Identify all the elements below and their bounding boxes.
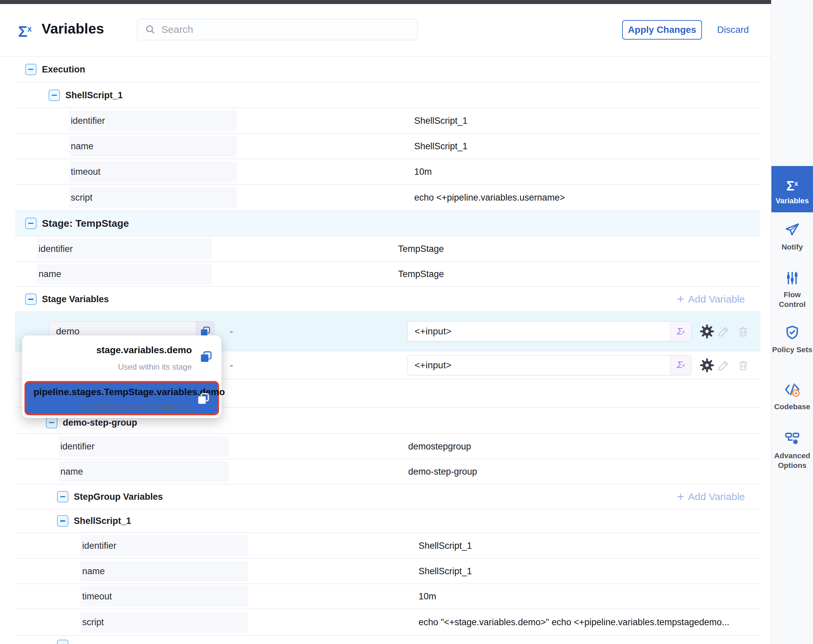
field-row: timeout10m <box>15 584 760 609</box>
variable-value-field[interactable]: Σx <box>408 321 692 342</box>
sidebar-item-flow-control[interactable]: Flow Control <box>772 270 813 309</box>
discard-button[interactable]: Discard <box>717 20 749 40</box>
field-row: timeout10m <box>15 159 760 184</box>
table-row <box>15 636 760 644</box>
field-value: echo "<+stage.variables.demo>" echo <+pi… <box>419 617 730 627</box>
delete-icon[interactable] <box>737 325 750 338</box>
field-value: echo <+pipeline.variables.username> <box>414 192 565 202</box>
scope-option-stage[interactable]: stage.variables.demo Used within its sta… <box>22 336 221 380</box>
copy-icon[interactable] <box>199 350 213 363</box>
expression-icon[interactable]: Σx <box>670 322 691 341</box>
search-box[interactable] <box>137 19 418 40</box>
field-value: TempStage <box>398 269 444 279</box>
variable-value-field[interactable]: Σx <box>408 355 692 375</box>
paper-plane-icon <box>784 222 800 238</box>
field-label: script <box>69 187 237 208</box>
collapse-toggle-icon[interactable] <box>46 417 57 428</box>
window-top-strip <box>0 0 772 4</box>
apply-changes-button[interactable]: Apply Changes <box>622 20 702 40</box>
add-variable-button[interactable]: +Add Variable <box>677 491 745 503</box>
field-row: nameShellScript_1 <box>15 133 760 159</box>
edit-icon[interactable] <box>717 358 731 372</box>
field-row: scriptecho "<+stage.variables.demo>" ech… <box>15 609 760 636</box>
section-row: Stage Variables+Add Variable <box>15 287 760 312</box>
shield-check-icon <box>784 325 800 341</box>
add-variable-label: Add Variable <box>688 293 745 305</box>
minus-glyph <box>60 496 65 497</box>
search-icon <box>144 24 156 35</box>
field-label: identifier <box>69 110 237 131</box>
field-label: identifier <box>59 436 229 457</box>
page-title: Variables <box>41 21 104 37</box>
section-label: ShellScript_1 <box>74 516 131 526</box>
add-variable-button[interactable]: +Add Variable <box>677 293 745 305</box>
variable-value-input[interactable] <box>408 356 670 375</box>
collapse-toggle-icon[interactable] <box>57 491 68 503</box>
field-label: identifier <box>80 535 248 556</box>
scope-option-pipeline-selected[interactable]: pipeline.stages.TempStage.variables.demo… <box>25 381 219 415</box>
collapse-toggle-icon[interactable] <box>49 90 60 101</box>
minus-glyph <box>28 299 34 300</box>
edit-icon[interactable] <box>717 324 731 339</box>
section-row: ShellScript_1 <box>15 83 760 108</box>
delete-icon[interactable] <box>737 359 750 372</box>
code-warning-icon <box>784 381 801 398</box>
field-label: script <box>80 612 248 633</box>
sidebar-item-label: Notify <box>772 242 813 252</box>
minus-glyph <box>28 69 34 70</box>
field-value: demostepgroup <box>408 441 471 451</box>
section-row: ShellScript_1 <box>15 509 760 533</box>
sidebar-item-advanced-options[interactable]: Advanced Options <box>772 431 813 470</box>
collapse-toggle-icon[interactable] <box>25 218 37 229</box>
sidebar-item-label: Codebase <box>772 402 813 412</box>
collapse-toggle-icon[interactable] <box>25 64 37 75</box>
field-value: 10m <box>414 166 432 177</box>
sidebar-item-label: Variables <box>772 196 813 205</box>
collapse-toggle-icon[interactable] <box>57 515 68 527</box>
field-row: identifierShellScript_1 <box>15 108 760 133</box>
field-row: nameTempStage <box>15 262 760 287</box>
field-row: nameShellScript_1 <box>15 558 760 584</box>
collapse-toggle-icon[interactable] <box>57 639 68 644</box>
field-value: demo-step-group <box>408 466 477 477</box>
field-label: name <box>69 136 237 156</box>
field-label: timeout <box>80 586 248 607</box>
sidebar-item-policy-sets[interactable]: Policy Sets <box>772 325 813 354</box>
section-label: StepGroup Variables <box>74 491 163 502</box>
variable-scope-popup: stage.variables.demo Used within its sta… <box>22 336 221 418</box>
field-value: ShellScript_1 <box>419 540 472 551</box>
right-sidebar: Σx Variables Notify Flow Control Policy … <box>771 0 813 644</box>
search-input[interactable] <box>161 23 417 35</box>
gear-icon[interactable] <box>699 324 715 339</box>
field-value: 10m <box>419 591 436 602</box>
minus-glyph <box>28 223 34 224</box>
section-label: ShellScript_1 <box>65 90 123 100</box>
field-label: name <box>59 461 229 482</box>
flow-gear-icon <box>784 431 800 447</box>
plus-icon: + <box>677 492 684 502</box>
field-label: name <box>80 561 248 582</box>
minus-glyph <box>49 422 54 423</box>
copy-icon[interactable] <box>196 392 210 406</box>
plus-icon: + <box>677 294 684 304</box>
section-label: Stage: TempStage <box>42 218 129 229</box>
gear-icon[interactable] <box>699 357 715 373</box>
sidebar-item-label: Advanced Options <box>772 451 813 470</box>
minus-glyph <box>60 520 65 521</box>
sliders-icon <box>784 270 800 286</box>
field-value: ShellScript_1 <box>419 566 472 576</box>
sidebar-item-notify[interactable]: Notify <box>772 222 813 252</box>
field-row: identifierShellScript_1 <box>15 533 760 558</box>
variable-scope-value: - <box>226 360 236 371</box>
sidebar-item-variables[interactable]: Σx Variables <box>772 166 813 212</box>
sidebar-item-codebase[interactable]: Codebase <box>772 381 813 412</box>
sigma-x-icon: Σx <box>18 20 32 41</box>
variable-value-input[interactable] <box>408 322 670 341</box>
variables-panel: Σx Variables Apply Changes Discard Execu… <box>0 0 813 644</box>
field-value: ShellScript_1 <box>414 141 468 151</box>
collapse-toggle-icon[interactable] <box>25 293 37 305</box>
scope-path: pipeline.stages.TempStage.variables.demo <box>34 387 225 397</box>
field-label: name <box>37 264 212 284</box>
expression-icon[interactable]: Σx <box>670 356 691 375</box>
field-row: namedemo-step-group <box>15 459 760 485</box>
